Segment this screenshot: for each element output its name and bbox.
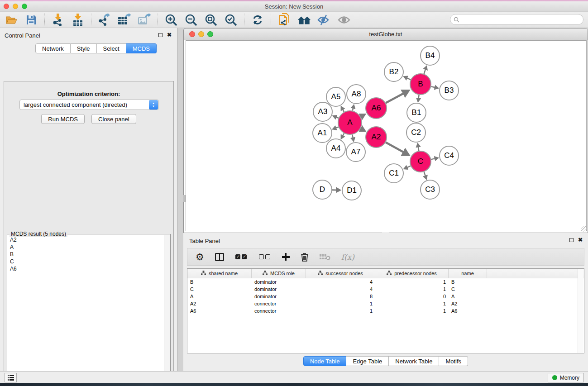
table-row[interactable]: A6connector11A6 <box>187 307 584 315</box>
export-network-icon[interactable] <box>98 14 111 26</box>
resize-grip-icon[interactable] <box>581 226 587 232</box>
node-A2[interactable]: A2 <box>366 127 387 148</box>
deselect-all-icon[interactable] <box>258 251 271 263</box>
zoom-out-icon[interactable] <box>184 14 198 26</box>
cell-successor-nodes[interactable]: 1 <box>306 301 375 306</box>
edge-C-C1[interactable] <box>407 166 411 168</box>
edge-A-A6[interactable] <box>361 116 361 117</box>
result-item[interactable]: A6 <box>10 265 162 272</box>
home-icon[interactable] <box>297 14 311 26</box>
node-A[interactable]: A <box>338 111 362 134</box>
edge-B-B1[interactable] <box>418 95 419 99</box>
result-scrollbar[interactable] <box>164 235 170 386</box>
edge-A-A8[interactable] <box>353 108 353 111</box>
edge-B-B2[interactable] <box>407 78 411 80</box>
import-network-icon[interactable] <box>51 14 65 26</box>
function-builder-icon[interactable]: f(x) <box>341 251 354 263</box>
node-C[interactable]: C <box>410 151 431 172</box>
table-row[interactable]: Adominator80A <box>187 293 584 300</box>
save-session-icon[interactable] <box>24 14 38 26</box>
tab-edge-table[interactable]: Edge Table <box>346 356 389 366</box>
cell-name[interactable]: A6 <box>449 308 487 314</box>
node-A8[interactable]: A8 <box>347 85 366 104</box>
network-from-document-icon[interactable] <box>277 14 291 26</box>
hide-selected-icon[interactable] <box>317 14 331 26</box>
table-row[interactable]: Bdominator41B <box>187 278 584 286</box>
refresh-icon[interactable] <box>251 14 264 26</box>
node-C2[interactable]: C2 <box>406 123 425 142</box>
cell-mcds-role[interactable]: dominator <box>252 286 306 292</box>
table-body[interactable]: Bdominator41BCdominator41CAdominator80AA… <box>187 278 584 315</box>
add-column-icon[interactable] <box>282 251 290 263</box>
zoom-selected-icon[interactable] <box>224 14 238 26</box>
cell-predecessor-nodes[interactable]: 1 <box>375 308 449 314</box>
node-B[interactable]: B <box>410 74 431 95</box>
column-header-name[interactable]: name <box>449 269 487 278</box>
node-A7[interactable]: A7 <box>346 143 365 162</box>
network-canvas[interactable]: B4B2BB3A8A5A6A3B1AC2A1A2A4A7C4CC1C3DD1 <box>186 40 587 231</box>
cell-shared-name[interactable]: A2 <box>187 301 252 306</box>
network-left-scroll-thumb[interactable] <box>183 195 186 202</box>
close-panel-icon[interactable]: ✖ <box>578 238 583 242</box>
cell-successor-nodes[interactable]: 1 <box>306 308 375 314</box>
task-history-button[interactable] <box>5 373 17 382</box>
search-box[interactable] <box>450 14 583 25</box>
delete-column-icon[interactable] <box>301 251 309 263</box>
table-row[interactable]: A2connector11A2 <box>187 300 584 307</box>
mcds-result-list[interactable]: A2ABCA6 <box>8 236 162 272</box>
edge-A-A7[interactable] <box>352 134 353 138</box>
float-panel-icon[interactable] <box>569 238 574 242</box>
cell-shared-name[interactable]: A <box>187 294 252 299</box>
table-scrollbar[interactable] <box>578 269 583 353</box>
edge-A6-B[interactable] <box>386 93 404 103</box>
edge-A-A1[interactable] <box>335 127 338 128</box>
result-item[interactable]: A <box>10 243 162 251</box>
settings-gear-icon[interactable]: ⚙ <box>196 251 204 263</box>
cell-mcds-role[interactable]: dominator <box>252 294 306 299</box>
cell-successor-nodes[interactable]: 8 <box>306 294 375 299</box>
float-panel-icon[interactable] <box>158 33 163 37</box>
node-D1[interactable]: D1 <box>342 181 361 200</box>
close-panel-button[interactable]: Close panel <box>91 114 136 124</box>
result-item[interactable]: A2 <box>10 236 162 243</box>
node-B4[interactable]: B4 <box>421 46 440 65</box>
zoom-in-icon[interactable] <box>164 14 178 26</box>
edge-B-B4[interactable] <box>424 69 425 74</box>
node-C3[interactable]: C3 <box>421 180 440 199</box>
close-panel-icon[interactable]: ✖ <box>167 33 172 37</box>
run-mcds-button[interactable]: Run MCDS <box>41 114 85 124</box>
cell-shared-name[interactable]: C <box>187 286 252 292</box>
column-header-mcds-role[interactable]: MCDS role <box>252 269 306 278</box>
node-C1[interactable]: C1 <box>384 164 403 183</box>
cell-name[interactable]: A2 <box>449 301 487 306</box>
import-table-icon[interactable] <box>71 14 85 26</box>
cell-predecessor-nodes[interactable]: 1 <box>375 286 449 292</box>
table-row[interactable]: Cdominator41C <box>187 286 584 293</box>
tab-network[interactable]: Network <box>35 43 71 53</box>
zoom-fit-icon[interactable] <box>204 14 218 26</box>
export-image-icon[interactable] <box>138 14 151 26</box>
edge-B-B3[interactable] <box>431 86 435 87</box>
network-graph[interactable]: B4B2BB3A8A5A6A3B1AC2A1A2A4A7C4CC1C3DD1 <box>186 41 586 231</box>
cell-name[interactable]: A <box>449 294 487 299</box>
result-item[interactable]: C <box>10 258 162 265</box>
node-A6[interactable]: A6 <box>366 98 387 119</box>
optimization-criterion-select[interactable]: largest connected component (directed) ▲… <box>19 100 159 110</box>
show-all-icon[interactable] <box>337 14 351 26</box>
delete-table-icon[interactable] <box>320 251 330 263</box>
node-C4[interactable]: C4 <box>440 146 459 165</box>
column-header-successor-nodes[interactable]: successor nodes <box>306 269 375 278</box>
cell-mcds-role[interactable]: dominator <box>252 279 306 285</box>
node-B2[interactable]: B2 <box>384 62 403 81</box>
node-B3[interactable]: B3 <box>440 81 459 100</box>
cell-shared-name[interactable]: A6 <box>187 308 252 314</box>
node-A1[interactable]: A1 <box>313 124 332 143</box>
column-header-shared-name[interactable]: shared name <box>187 269 252 278</box>
tab-motifs[interactable]: Motifs <box>439 356 468 366</box>
tab-select[interactable]: Select <box>97 43 126 53</box>
result-item[interactable]: B <box>10 251 162 258</box>
memory-button[interactable]: Memory <box>548 373 584 382</box>
search-input[interactable] <box>461 16 583 23</box>
export-table-icon[interactable] <box>118 14 131 26</box>
edge-A-A5[interactable] <box>343 110 344 112</box>
